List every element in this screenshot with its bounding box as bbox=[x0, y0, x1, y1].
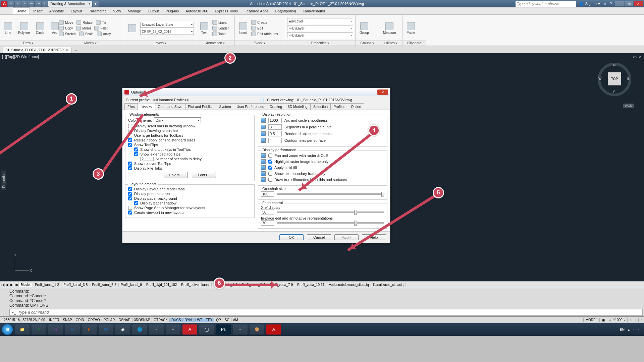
dialog-tab[interactable]: Selection bbox=[310, 103, 331, 110]
tooltips-check[interactable]: Show ToolTips bbox=[128, 142, 252, 147]
lt-prev-icon[interactable]: ◀ bbox=[5, 283, 9, 287]
status-extra-icon[interactable]: ▫ bbox=[627, 318, 633, 322]
layout-tab[interactable]: Profil_kanal_9 bbox=[119, 283, 144, 287]
layout-tab[interactable]: Profil_kanal_1-2 bbox=[33, 283, 61, 287]
layout-tab[interactable]: Kanalizaciq_situaciq bbox=[371, 283, 406, 287]
lineweight-selector[interactable]: — ByLayer bbox=[287, 32, 353, 38]
modify-button[interactable]: Scale bbox=[79, 32, 94, 36]
delay-input[interactable] bbox=[140, 157, 154, 161]
ribbon-tab[interactable]: Featured Apps bbox=[241, 7, 272, 14]
block-button[interactable]: Edit Attributes bbox=[251, 32, 278, 36]
statusbar-check[interactable]: Display Drawing status bar bbox=[128, 128, 252, 133]
status-toggle[interactable]: LWT bbox=[194, 318, 204, 322]
help-search[interactable]: Type a keyword or phrase bbox=[516, 1, 576, 7]
lm-tabs-check[interactable]: Display Layout and Model tabs bbox=[128, 187, 252, 191]
annotation-button[interactable]: Table bbox=[212, 32, 229, 36]
modify-button[interactable]: Mirror bbox=[76, 26, 91, 31]
filetabs-check[interactable]: Display File Tabs bbox=[128, 166, 252, 171]
paper-shadow-check[interactable]: Display paper shadow bbox=[128, 201, 252, 205]
resize-icons-check[interactable]: Resize ribbon icons to standard sizes bbox=[128, 138, 252, 142]
ribbon-tab[interactable]: Канализация bbox=[299, 7, 328, 14]
command-input[interactable] bbox=[18, 309, 642, 315]
status-toggle[interactable]: DUCS bbox=[170, 318, 183, 322]
anno-icon[interactable]: ▣ bbox=[599, 318, 607, 322]
qat-open-icon[interactable]: ▫ bbox=[15, 1, 21, 7]
word-icon[interactable]: W bbox=[99, 324, 113, 335]
dialog-tab[interactable]: Profiles bbox=[330, 103, 348, 110]
photoshop-icon[interactable]: Ps bbox=[216, 324, 231, 335]
measure-button[interactable]: Measure bbox=[381, 21, 398, 35]
layout-tab[interactable]: Profil_kanal_3-5 bbox=[61, 283, 90, 287]
status-toggle[interactable]: TPY bbox=[204, 318, 214, 322]
status-toggle[interactable]: SNAP bbox=[61, 318, 74, 322]
status-toggle[interactable]: INFER bbox=[47, 318, 61, 322]
tray-icon[interactable]: ▫ bbox=[633, 328, 634, 331]
layout-tab[interactable]: Profil_otliven kanal bbox=[179, 283, 212, 287]
app-logo[interactable]: A bbox=[1, 1, 7, 7]
status-extra-icon[interactable]: ▫ bbox=[638, 318, 644, 322]
canvas-max-icon[interactable]: ▭ bbox=[633, 55, 637, 59]
rollover-check[interactable]: Show rollover ToolTips bbox=[128, 161, 252, 166]
sign-in-button[interactable]: 👤 Sign In ▾ bbox=[579, 2, 600, 6]
annotation-button[interactable]: Linear bbox=[212, 20, 229, 25]
new-tab-button[interactable]: ＋ bbox=[73, 48, 79, 53]
dialog-tab[interactable]: Files bbox=[124, 103, 138, 110]
lt-first-icon[interactable]: ⏮ bbox=[0, 283, 5, 287]
crosshair-slider[interactable] bbox=[277, 193, 384, 195]
file-tab[interactable]: 01_Situaciq_PLOT-1_27.01.2016NOV*✕ bbox=[3, 47, 71, 53]
dialog-tab[interactable]: 3D Modeling bbox=[285, 103, 311, 110]
draw-button[interactable]: Circle bbox=[34, 21, 47, 35]
status-toggle[interactable]: OSNAP bbox=[117, 318, 132, 322]
ribbon-tab[interactable]: Output bbox=[145, 7, 162, 14]
minimize-button[interactable]: — bbox=[615, 1, 624, 6]
linetype-selector[interactable]: — ByLayer bbox=[287, 25, 353, 31]
modify-button[interactable]: Copy bbox=[59, 26, 73, 31]
app-icon[interactable]: ▫ bbox=[166, 324, 180, 335]
status-toggle[interactable]: SC bbox=[223, 318, 231, 322]
status-toggle[interactable]: POLAR bbox=[102, 318, 117, 322]
contour-input[interactable] bbox=[268, 138, 282, 143]
layout-tab[interactable]: Vodosnabdqwane_situaciq bbox=[327, 283, 371, 287]
viewport-check[interactable]: Create viewport in new layouts bbox=[128, 210, 252, 215]
page-setup-check[interactable]: Show Page Setup Manager for new layouts bbox=[128, 205, 252, 210]
status-toggle[interactable]: AM bbox=[231, 318, 240, 322]
earth-icon[interactable]: 🌐 bbox=[132, 324, 147, 335]
modify-button[interactable]: Rotate bbox=[76, 20, 92, 25]
highlight-raster-check[interactable]: Highlight raster image frame only bbox=[268, 159, 328, 164]
inplace-fade-input[interactable] bbox=[261, 220, 274, 226]
app-icon[interactable]: ▫ bbox=[149, 324, 164, 335]
draw-button[interactable]: Polyline bbox=[16, 21, 32, 35]
dialog-tab[interactable]: System bbox=[216, 103, 234, 110]
fonts-button[interactable]: Fonts... bbox=[192, 172, 216, 178]
close-button[interactable]: ✕ bbox=[634, 1, 643, 6]
current-layer-selector[interactable]: XREF_16_02_2016 bbox=[140, 29, 194, 35]
qat-redo-icon[interactable]: ↷ bbox=[35, 1, 41, 7]
close-icon[interactable]: ✕ bbox=[66, 49, 68, 52]
start-button[interactable]: ⊞ bbox=[2, 324, 13, 335]
ribbon-tab[interactable]: View bbox=[110, 7, 124, 14]
layout-tab[interactable]: Profil_dyjd_101_102 bbox=[144, 283, 179, 287]
color-scheme-select[interactable]: Dark bbox=[154, 117, 201, 123]
block-button[interactable]: Edit bbox=[251, 26, 278, 31]
status-extra-icon[interactable]: ▫ bbox=[633, 318, 639, 322]
extended-tt-check[interactable]: Show extended ToolTips bbox=[128, 152, 252, 157]
dialog-tab[interactable]: Open and Save bbox=[155, 103, 185, 110]
maximize-button[interactable]: ▭ bbox=[625, 1, 633, 6]
layout-tab[interactable]: Model bbox=[19, 283, 33, 287]
text-button[interactable]: Text bbox=[198, 21, 210, 35]
qat-save-icon[interactable]: ▫ bbox=[21, 1, 28, 7]
color-selector[interactable]: ■ ByLayer bbox=[287, 18, 353, 24]
ribbon-tab[interactable]: Autodesk 360 bbox=[182, 7, 211, 14]
status-toggle[interactable]: QP bbox=[214, 318, 223, 322]
dialog-tab[interactable]: Display bbox=[138, 104, 155, 110]
help-icon[interactable]: ? bbox=[610, 2, 612, 6]
qat-dropdown-icon[interactable]: ▾ bbox=[93, 1, 99, 7]
autocad-icon[interactable]: A bbox=[182, 324, 197, 335]
ribbon-tab[interactable]: Layout bbox=[67, 7, 85, 14]
large-buttons-check[interactable]: Use large buttons for Toolbars bbox=[128, 133, 252, 138]
chrome-icon[interactable]: ◉ bbox=[115, 324, 130, 335]
modify-button[interactable]: Stretch bbox=[59, 32, 76, 36]
printable-check[interactable]: Display printable area bbox=[128, 191, 252, 196]
wcs-badge[interactable]: WCS bbox=[623, 104, 634, 108]
annotation-button[interactable]: Leader bbox=[212, 26, 229, 31]
